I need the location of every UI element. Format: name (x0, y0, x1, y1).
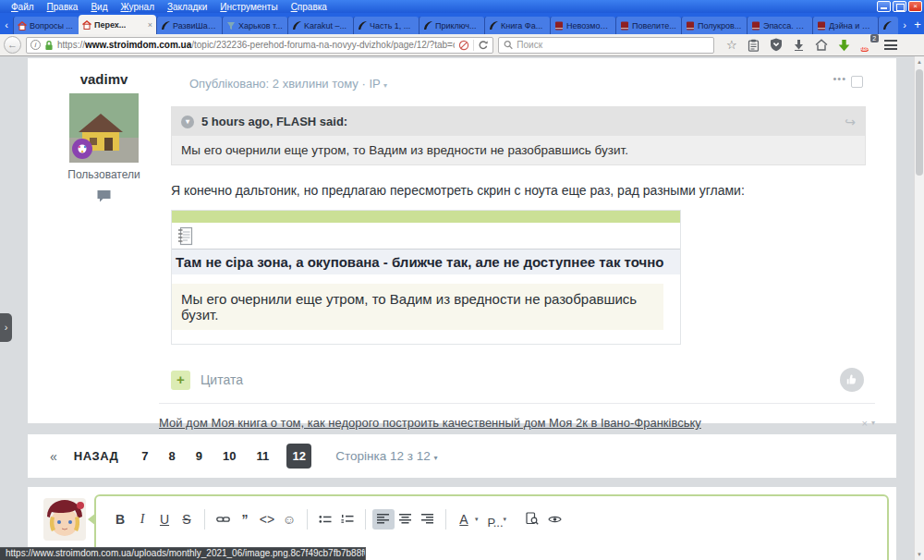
downloads-icon[interactable] (793, 39, 805, 51)
visibility-button[interactable] (543, 509, 565, 530)
tab-karakut[interactable]: Karakut –... (287, 17, 353, 34)
hide-signature-icon[interactable]: × (862, 418, 868, 429)
page-link-11[interactable]: 11 (247, 449, 280, 463)
code-button[interactable]: <> (256, 509, 278, 530)
navigation-toolbar: ← i https://www.stroimdom.com.ua/topic/2… (0, 34, 924, 56)
jump-to-post-icon[interactable]: ↪ (845, 115, 856, 129)
new-tab-button[interactable]: + (911, 16, 924, 34)
underline-button[interactable]: U (153, 509, 176, 530)
page-jump-dropdown[interactable]: Сторінка 12 з 12 ▾ (335, 449, 437, 463)
savefrom-green-arrow-icon[interactable] (838, 39, 850, 52)
menu-help[interactable]: Справка (285, 2, 334, 12)
menu-history[interactable]: Журнал (114, 2, 161, 12)
adblock-icon[interactable]: ABP 2 (860, 38, 874, 52)
clipboard-icon[interactable] (748, 39, 760, 52)
tab-priklyuch[interactable]: Приключ... (419, 17, 484, 34)
shield-chevron-icon[interactable] (770, 38, 783, 52)
link-button[interactable] (212, 509, 234, 530)
align-right-button[interactable] (417, 509, 439, 530)
italic-button[interactable]: I (131, 509, 153, 530)
prev-page-button[interactable]: НАЗАД (74, 449, 119, 463)
current-page-badge[interactable]: 12 (286, 444, 311, 469)
tab-perekhod-active[interactable]: Перех... × (79, 15, 156, 34)
chevron-down-icon: ▾ (383, 81, 387, 90)
search-box[interactable] (498, 37, 714, 54)
embedded-screenshot[interactable]: Там не сіра зона, а окупована - ближче т… (171, 210, 681, 345)
tabbar-right-controls: › + ▾ (898, 16, 924, 34)
post-select-checkbox[interactable] (851, 76, 863, 88)
tab-partial[interactable]: Д (878, 17, 898, 34)
strikethrough-button[interactable]: S (176, 509, 198, 530)
content-blocked-icon[interactable] (458, 40, 469, 51)
post-meta[interactable]: Опубліковано: 2 хвилини тому · IP ▾ (189, 77, 387, 91)
home-icon[interactable] (815, 39, 828, 51)
tab-kharkov[interactable]: Харьков т... (222, 17, 287, 34)
menu-view[interactable]: Вид (84, 2, 114, 12)
restore-button[interactable] (893, 1, 906, 12)
tab-nevozmozh[interactable]: Невозмож... (550, 17, 615, 34)
adblock-label: ABP (860, 47, 869, 52)
https-lock-icon[interactable] (44, 40, 54, 51)
tab-povelite[interactable]: Повелите... (615, 17, 681, 34)
quote-button-editor[interactable]: ” (234, 509, 256, 530)
user-avatar[interactable] (69, 93, 139, 163)
numbered-list-button[interactable] (336, 509, 359, 530)
paragraph-size-dropdown[interactable]: Р...▾ (488, 516, 507, 530)
signature-links[interactable]: Мой дом Моя книга о том, как недорого по… (159, 416, 701, 430)
page-link-8[interactable]: 8 (159, 449, 186, 463)
house-icon (18, 21, 27, 30)
emoji-button[interactable]: ☺ (278, 509, 300, 530)
close-window-button[interactable]: × (908, 1, 922, 12)
back-button[interactable]: ← (4, 36, 21, 54)
tab-close-icon[interactable]: × (148, 20, 152, 30)
tab-kniga[interactable]: Книга Фа... (484, 17, 550, 34)
quote-header[interactable]: ▾ 5 hours ago, FLASH said: ↪ (172, 107, 865, 136)
tab-chast1[interactable]: Часть 1, ... (353, 17, 419, 34)
vertical-scrollbar[interactable]: ▲ ▼ (914, 56, 924, 560)
tab-deyna[interactable]: Дэйна и Э... (812, 17, 878, 34)
post-author[interactable]: vadimv (37, 71, 171, 87)
like-button[interactable] (840, 368, 864, 392)
menu-edit[interactable]: Правка (41, 2, 85, 12)
reload-icon[interactable] (478, 40, 489, 51)
minimize-button[interactable] (877, 1, 891, 12)
sidebar-toggle[interactable]: › (0, 313, 12, 342)
menu-file[interactable]: Файл (5, 2, 41, 12)
chevron-down-icon[interactable]: ▾ (871, 419, 875, 427)
url-text[interactable]: https://www.stroimdom.com.ua/topic/23223… (57, 40, 455, 50)
bold-button[interactable]: B (109, 509, 131, 530)
tab-epassa[interactable]: Эпасса. П... (747, 17, 812, 34)
menu-hamburger-icon[interactable] (884, 40, 897, 50)
tab-polukrov[interactable]: Полукров... (681, 17, 747, 34)
scroll-up-icon[interactable]: ▲ (915, 56, 924, 67)
search-input[interactable] (517, 40, 709, 50)
tab-scroll-right-icon[interactable]: › (898, 16, 911, 34)
menu-bookmarks[interactable]: Закладки (161, 2, 213, 12)
page-link-9[interactable]: 9 (186, 449, 213, 463)
toolbar-separator (445, 509, 446, 530)
preview-button[interactable] (521, 509, 543, 530)
align-center-button[interactable] (395, 509, 417, 530)
page-info-icon[interactable]: i (30, 40, 41, 50)
speech-bubble-icon (96, 189, 112, 203)
tab-voprosy[interactable]: Вопросы ... (13, 17, 79, 34)
font-color-button[interactable]: A (453, 509, 475, 530)
bookmark-star-icon[interactable]: ☆ (726, 39, 737, 51)
page-link-7[interactable]: 7 (131, 449, 158, 463)
multiquote-plus-button[interactable]: + (171, 371, 190, 390)
bullet-list-button[interactable] (314, 509, 336, 530)
scroll-down-icon[interactable]: ▼ (915, 549, 924, 560)
quote-button[interactable]: Цитата (201, 372, 243, 387)
url-bar[interactable]: i https://www.stroimdom.com.ua/topic/232… (26, 37, 493, 54)
post-options-icon[interactable]: ••• (833, 73, 846, 84)
tab-scroll-left-icon[interactable]: ‹ (0, 16, 13, 34)
scrollbar-thumb[interactable] (916, 69, 923, 176)
menu-tools[interactable]: Инструменты (213, 2, 284, 12)
link-icon (216, 515, 230, 524)
quote-block: ▾ 5 hours ago, FLASH said: ↪ Мы его очер… (171, 106, 866, 165)
align-left-button[interactable] (372, 509, 395, 530)
quote-collapse-icon[interactable]: ▾ (181, 116, 194, 128)
first-page-icon[interactable]: « (50, 449, 57, 464)
page-link-10[interactable]: 10 (213, 449, 246, 463)
tab-razvishan[interactable]: РазвиШан... (156, 17, 222, 34)
